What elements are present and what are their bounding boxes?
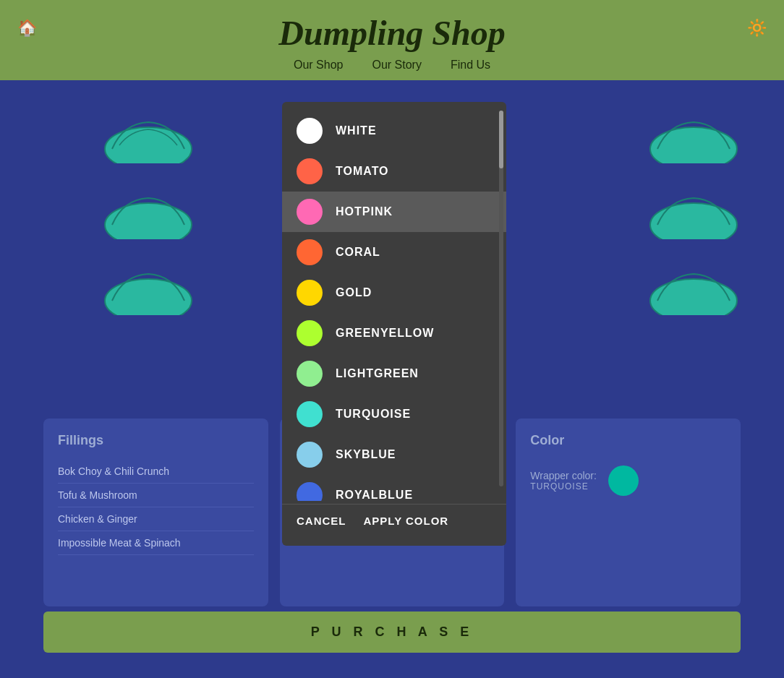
color-dot-lightgreen [297,361,323,387]
color-option-label-white: WHITE [336,124,377,137]
svg-point-3 [650,127,737,163]
color-dot-white [297,118,323,144]
svg-point-2 [105,279,192,315]
scrollbar-track[interactable] [499,111,503,486]
color-option-royalblue[interactable]: ROYALBLUE [282,475,506,501]
color-dot-royalblue [297,482,323,501]
color-title: Color [530,433,726,448]
nav-find-us[interactable]: Find Us [451,59,490,72]
color-option-label-turquoise: TURQUOISE [336,408,411,421]
svg-point-4 [650,203,737,239]
wrapper-color-row: Wrapper color: TURQUOISE [530,465,726,496]
color-option-label-lightgreen: LIGHTGREEN [336,367,419,380]
dumpling-top-left [101,109,195,163]
color-dot-turquoise [297,401,323,427]
color-option-label-gold: GOLD [336,286,372,299]
color-option-label-coral: CORAL [336,246,380,259]
cancel-button[interactable]: CANCEL [297,515,346,527]
dumpling-top-right2 [647,185,741,239]
color-option-hotpink[interactable]: HOTPINK [282,192,506,232]
brightness-icon[interactable]: 🔆 [747,19,767,38]
color-picker-actions: CANCEL APPLY COLOR [282,504,506,537]
wrapper-color-label: Wrapper color: [530,470,597,481]
filling-item-1[interactable]: Tofu & Mushroom [58,484,254,507]
color-option-coral[interactable]: CORAL [282,232,506,273]
fillings-card: Fillings Bok Choy & Chili Crunch Tofu & … [43,419,268,606]
filling-item-3[interactable]: Impossible Meat & Spinach [58,531,254,555]
dumpling-top-right1 [647,109,741,163]
nav-bar: Our Shop Our Story Find Us [294,59,490,72]
wrapper-color-swatch[interactable] [608,465,639,496]
apply-color-button[interactable]: APPLY COLOR [364,515,449,527]
color-option-label-greenyellow: GREENYELLOW [336,327,434,340]
dumpling-top-left3 [101,261,195,315]
color-option-label-skyblue: SKYBLUE [336,448,396,461]
main-content: Fillings Bok Choy & Chili Crunch Tofu & … [0,80,784,664]
nav-our-story[interactable]: Our Story [372,59,421,72]
wrapper-color-name: TURQUOISE [530,481,597,492]
dumpling-top-left2 [101,185,195,239]
header: 🏠 Dumpling Shop Our Shop Our Story Find … [0,0,784,80]
color-dot-skyblue [297,442,323,468]
color-card: Color Wrapper color: TURQUOISE [516,419,741,606]
color-option-label-royalblue: ROYALBLUE [336,489,413,501]
color-picker-dropdown: WHITETOMATOHOTPINKCORALGOLDGREENYELLOWLI… [282,102,506,546]
color-option-white[interactable]: WHITE [282,111,506,151]
color-option-tomato[interactable]: TOMATO [282,151,506,192]
color-dot-gold [297,280,323,306]
site-title: Dumpling Shop [278,13,505,53]
dumpling-top-right3 [647,261,741,315]
color-option-greenyellow[interactable]: GREENYELLOW [282,313,506,353]
svg-point-5 [650,279,737,315]
color-option-turquoise[interactable]: TURQUOISE [282,394,506,434]
color-dot-coral [297,239,323,265]
purchase-button[interactable]: P U R C H A S E [43,612,741,653]
filling-item-2[interactable]: Chicken & Ginger [58,507,254,531]
nav-our-shop[interactable]: Our Shop [294,59,343,72]
color-option-lightgreen[interactable]: LIGHTGREEN [282,353,506,394]
color-option-label-tomato: TOMATO [336,165,389,178]
color-option-gold[interactable]: GOLD [282,273,506,313]
color-option-skyblue[interactable]: SKYBLUE [282,434,506,475]
color-dot-tomato [297,158,323,184]
wrapper-color-section: Wrapper color: TURQUOISE [530,470,597,492]
color-options-list: WHITETOMATOHOTPINKCORALGOLDGREENYELLOWLI… [282,111,506,501]
scrollbar-thumb[interactable] [499,111,503,168]
svg-point-1 [105,203,192,239]
color-dot-hotpink [297,199,323,225]
svg-point-0 [105,127,192,163]
color-dot-greenyellow [297,320,323,346]
color-option-label-hotpink: HOTPINK [336,205,393,218]
fillings-title: Fillings [58,433,254,448]
filling-item-0[interactable]: Bok Choy & Chili Crunch [58,460,254,484]
home-icon[interactable]: 🏠 [17,19,37,38]
